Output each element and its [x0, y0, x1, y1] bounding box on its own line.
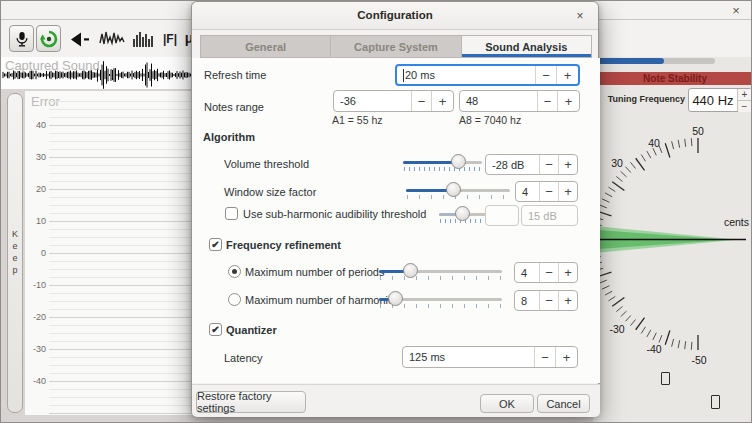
- latency-increment-button[interactable]: +: [555, 347, 577, 367]
- volume-meter-fill: [597, 58, 664, 64]
- note-stability-label: Note Stability: [643, 73, 707, 84]
- volume-threshold-increment-button[interactable]: +: [558, 155, 577, 174]
- max-periods-slider[interactable]: [379, 262, 502, 280]
- max-periods-decrement-button[interactable]: −: [539, 263, 558, 282]
- notes-range-max-increment-button[interactable]: +: [557, 91, 579, 111]
- dial-label-minus40: -40: [646, 343, 661, 355]
- slider-handle[interactable]: [446, 182, 461, 197]
- tuning-frequency-increment-button[interactable]: +: [738, 89, 751, 101]
- latency-spinbox[interactable]: 125 ms − +: [402, 346, 578, 368]
- microphone-icon: [15, 30, 29, 48]
- y-axis-tick-label: -40: [25, 376, 46, 386]
- volume-meter: [597, 58, 715, 64]
- latency-decrement-button[interactable]: −: [534, 347, 555, 367]
- max-periods-radio[interactable]: [228, 265, 241, 278]
- window-size-factor-value[interactable]: 4: [516, 182, 539, 201]
- notes-range-max-value[interactable]: 48: [460, 91, 537, 111]
- max-harmonics-spinbox[interactable]: 8 − +: [514, 290, 578, 311]
- waveform-view-icon[interactable]: [98, 29, 125, 49]
- refresh-time-decrement-button[interactable]: −: [535, 66, 556, 84]
- slider-fill: [403, 161, 458, 164]
- latency-value[interactable]: 125 ms: [403, 347, 534, 367]
- dial-label-50: 50: [692, 125, 704, 137]
- window-close-icon[interactable]: ×: [728, 3, 744, 18]
- dialog-title: Configuration: [192, 9, 598, 21]
- subharmonic-checkbox[interactable]: [225, 207, 238, 220]
- refresh-time-spinbox[interactable]: 20 ms − +: [395, 64, 580, 86]
- cancel-button[interactable]: Cancel: [537, 394, 590, 413]
- dial-unit-label: cents: [724, 216, 749, 228]
- slider-ticks: [380, 276, 501, 280]
- max-harmonics-increment-button[interactable]: +: [558, 291, 577, 310]
- histogram-view-icon[interactable]: [130, 30, 155, 48]
- max-periods-value[interactable]: 4: [515, 263, 539, 282]
- notes-range-min-spinbox[interactable]: -36 − +: [333, 90, 454, 112]
- quantizer-checkbox[interactable]: ✔: [209, 323, 222, 336]
- window-size-factor-slider[interactable]: [406, 181, 510, 199]
- tuning-frequency-label: Tuning Frequency: [599, 94, 685, 104]
- max-harmonics-slider[interactable]: [379, 290, 502, 308]
- max-harmonics-decrement-button[interactable]: −: [539, 291, 558, 310]
- speaker-mute-icon[interactable]: [67, 30, 91, 48]
- keep-button[interactable]: Keep: [7, 93, 23, 413]
- volume-threshold-slider[interactable]: [403, 153, 482, 171]
- notes-range-min-increment-button[interactable]: +: [431, 91, 453, 111]
- volume-threshold-decrement-button[interactable]: −: [539, 155, 558, 174]
- auto-detect-toggle-button[interactable]: [36, 25, 61, 52]
- y-axis-tick-label: 10: [25, 216, 46, 226]
- keep-button-label: Keep: [10, 229, 20, 277]
- refresh-time-label: Refresh time: [204, 69, 266, 81]
- window-size-factor-spinbox[interactable]: 4 − +: [515, 181, 578, 202]
- notes-range-max-decrement-button[interactable]: −: [537, 91, 557, 111]
- dialog-close-icon[interactable]: ×: [572, 8, 588, 24]
- slider-handle[interactable]: [388, 291, 403, 306]
- max-harmonics-radio[interactable]: [228, 293, 241, 306]
- tab-general[interactable]: General: [201, 36, 331, 57]
- refresh-time-increment-button[interactable]: +: [556, 66, 578, 84]
- tuning-frequency-spinbox[interactable]: 440 Hz + −: [688, 88, 752, 112]
- slider-handle[interactable]: [403, 263, 418, 278]
- fourier-view-icon[interactable]: |F|: [158, 30, 182, 48]
- ok-button[interactable]: OK: [480, 394, 534, 413]
- restore-factory-settings-button[interactable]: Restore factory settings: [196, 391, 306, 413]
- notes-range-min-value[interactable]: -36: [334, 91, 411, 111]
- subharmonic-value: 15 dB: [522, 206, 577, 225]
- max-harmonics-label: Maximum number of harmonics: [245, 294, 399, 306]
- dialog-footer: Restore factory settings OK Cancel: [192, 384, 600, 417]
- dialog-tab-bar: General Capture System Sound Analysis: [200, 35, 592, 58]
- notes-range-max-caption: A8 = 7040 hz: [459, 114, 521, 126]
- tab-capture-system[interactable]: Capture System: [331, 36, 461, 57]
- configuration-dialog: Configuration × General Capture System S…: [191, 1, 599, 416]
- latency-label: Latency: [224, 352, 263, 364]
- tab-sound-analysis[interactable]: Sound Analysis: [462, 36, 591, 57]
- max-harmonics-value[interactable]: 8: [515, 291, 539, 310]
- y-axis-tick-label: -10: [25, 280, 46, 290]
- max-periods-spinbox[interactable]: 4 − +: [514, 262, 578, 283]
- max-periods-increment-button[interactable]: +: [558, 263, 577, 282]
- window-size-factor-increment-button[interactable]: +: [558, 182, 577, 201]
- notes-range-min-decrement-button[interactable]: −: [411, 91, 431, 111]
- y-axis-tick-label: 20: [25, 184, 46, 194]
- cents-dial: 50 40 30 -30 -40 -50 cents: [581, 111, 752, 413]
- dial-label-30: 30: [611, 157, 623, 169]
- notes-range-label: Notes range: [204, 101, 264, 113]
- frequency-refinement-label: Frequency refinement: [226, 239, 341, 251]
- volume-threshold-value[interactable]: -28 dB: [486, 155, 539, 174]
- tuning-frequency-spin-buttons: + −: [737, 89, 751, 111]
- volume-threshold-spinbox[interactable]: -28 dB − +: [485, 154, 578, 175]
- y-axis-tick-label: 40: [25, 120, 46, 130]
- slider-handle: [455, 206, 470, 221]
- subharmonic-value-box: [485, 205, 519, 226]
- algorithm-section-label: Algorithm: [203, 131, 255, 143]
- dialog-titlebar: Configuration ×: [192, 2, 598, 30]
- notes-range-max-spinbox[interactable]: 48 − +: [459, 90, 580, 112]
- frequency-refinement-checkbox[interactable]: ✔: [209, 238, 222, 251]
- dial-label-minus50: -50: [691, 354, 706, 366]
- subharmonic-label: Use sub-harmonic audibility threshold: [243, 208, 426, 220]
- max-periods-label: Maximum number of periods: [245, 266, 384, 278]
- slider-ticks: [404, 167, 481, 171]
- refresh-time-value[interactable]: 20 ms: [397, 66, 535, 84]
- tuning-frequency-value[interactable]: 440 Hz: [689, 89, 737, 111]
- microphone-toggle-button[interactable]: [9, 25, 34, 52]
- window-size-factor-decrement-button[interactable]: −: [539, 182, 558, 201]
